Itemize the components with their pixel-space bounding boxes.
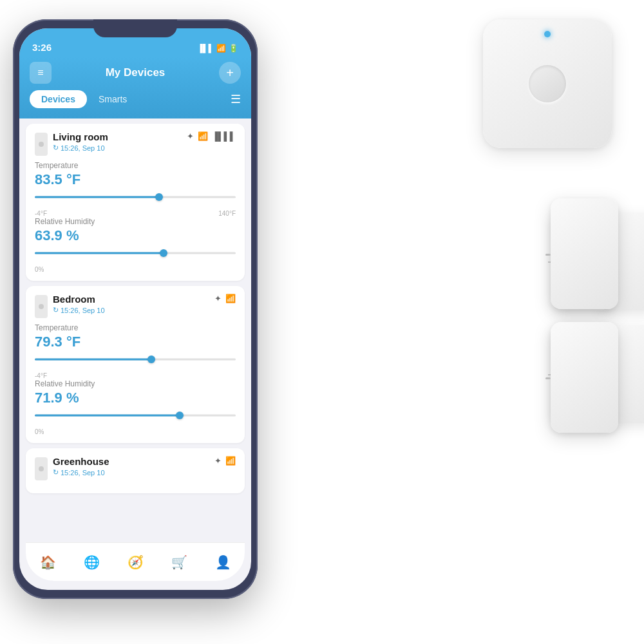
- humidity-slider-labels: 0%: [35, 266, 236, 273]
- connection-icons-3: ✦ 📶: [214, 456, 236, 466]
- device-card-header: Living room ↻ 15:26, Sep 10 ✦ 📶: [35, 131, 236, 156]
- device-name: Living room: [53, 131, 108, 142]
- menu-button[interactable]: ≡: [30, 62, 52, 84]
- cart-icon: 🛒: [171, 554, 187, 570]
- tab-smarts[interactable]: Smarts: [92, 90, 133, 108]
- device-card-header-3: Greenhouse ↻ 15:26, Sep 10 ✦ 📶: [35, 456, 236, 480]
- temperature-slider[interactable]: [35, 191, 236, 204]
- sensor-icon-3: [35, 457, 48, 480]
- connection-icons-2: ✦ 📶: [214, 294, 236, 303]
- signal-icon: ▐▌▌: [197, 44, 214, 53]
- bluetooth-icon-3: ✦: [214, 456, 222, 466]
- sync-icon-3: ↻: [53, 468, 59, 477]
- humidity-slider-thumb[interactable]: [160, 249, 167, 257]
- humidity-slider-labels-2: 0%: [35, 428, 236, 435]
- nav-discover[interactable]: 🧭: [128, 554, 144, 570]
- sensor-device-center-top: [551, 198, 618, 309]
- humidity-slider-2[interactable]: [35, 409, 236, 422]
- wifi-conn-icon-2: 📶: [225, 294, 236, 303]
- temperature-label-2: Temperature: [35, 323, 236, 332]
- status-icons: ▐▌▌ 📶 🔋: [197, 44, 238, 53]
- wifi-conn-icon: 📶: [198, 131, 208, 141]
- humidity-value: 63.9 %: [35, 227, 236, 244]
- slider-track: [35, 196, 236, 198]
- device-card-bedroom[interactable]: Bedroom ↻ 15:26, Sep 10 ✦ 📶: [26, 286, 245, 443]
- plus-icon: +: [226, 66, 234, 80]
- person-icon: 👤: [215, 554, 231, 570]
- temp-min-label-2: -4°F: [35, 372, 47, 379]
- hardware-area: [296, 0, 644, 644]
- temperature-slider-2[interactable]: [35, 353, 236, 366]
- filter-icon[interactable]: ☰: [231, 92, 241, 106]
- nav-home[interactable]: 🏠: [40, 554, 56, 570]
- device-sync-time: ↻ 15:26, Sep 10: [53, 144, 108, 152]
- temp-slider-labels: -4°F 140°F: [35, 210, 236, 217]
- humidity-slider-track: [35, 252, 236, 254]
- device-card-living-room[interactable]: Living room ↻ 15:26, Sep 10 ✦ 📶: [26, 124, 245, 281]
- compass-icon: 🧭: [128, 554, 144, 570]
- temperature-value: 83.5 °F: [35, 171, 236, 188]
- header-title: My Devices: [106, 66, 166, 79]
- tabs-row: Devices Smarts ☰: [30, 90, 241, 108]
- app-header-row: ≡ My Devices +: [30, 62, 241, 84]
- sync-timestamp-2: 15:26, Sep 10: [61, 307, 105, 314]
- connection-icons: ✦ 📶 ▐▌▌▌: [187, 131, 236, 141]
- status-time: 3:26: [32, 42, 52, 53]
- device-info: Living room ↻ 15:26, Sep 10: [35, 131, 108, 156]
- nav-shop[interactable]: 🛒: [171, 554, 187, 570]
- devices-list[interactable]: Living room ↻ 15:26, Sep 10 ✦ 📶: [19, 118, 251, 551]
- globe-icon: 🌐: [84, 554, 100, 570]
- nav-web[interactable]: 🌐: [84, 554, 100, 570]
- wifi-icon: 📶: [216, 44, 226, 53]
- hub-device: [483, 19, 612, 148]
- humidity-value-2: 71.9 %: [35, 390, 236, 406]
- tab-devices[interactable]: Devices: [30, 90, 87, 108]
- temp-slider-labels-2: -4°F: [35, 372, 236, 379]
- home-icon: 🏠: [40, 554, 56, 570]
- phone-body: 3:26 ▐▌▌ 📶 🔋 ≡ My Devices: [13, 19, 258, 599]
- nav-profile[interactable]: 👤: [215, 554, 231, 570]
- battery-full-icon: ▐▌▌▌: [212, 131, 236, 141]
- sensor-center-tab-bottom: [545, 377, 551, 379]
- device-info-3: Greenhouse ↻ 15:26, Sep 10: [35, 456, 109, 480]
- hamburger-icon: ≡: [37, 67, 43, 79]
- slider-fill: [35, 196, 159, 198]
- device-text-2: Bedroom ↻ 15:26, Sep 10: [53, 294, 105, 314]
- device-name-3: Greenhouse: [53, 456, 109, 467]
- humidity-slider[interactable]: [35, 247, 236, 260]
- slider-track-2: [35, 359, 236, 361]
- hub-button[interactable]: [529, 65, 566, 102]
- humidity-min-label: 0%: [35, 266, 44, 273]
- phone-notch: [93, 19, 177, 37]
- humidity-label-2: Relative Humidity: [35, 379, 236, 388]
- bottom-nav: 🏠 🌐 🧭 🛒 👤: [26, 542, 245, 581]
- humidity-slider-thumb-2[interactable]: [176, 412, 184, 419]
- slider-thumb[interactable]: [155, 193, 163, 201]
- humidity-label: Relative Humidity: [35, 217, 236, 226]
- device-card-greenhouse[interactable]: Greenhouse ↻ 15:26, Sep 10 ✦ 📶: [26, 448, 245, 493]
- humidity-slider-fill: [35, 252, 164, 254]
- device-text-3: Greenhouse ↻ 15:26, Sep 10: [53, 456, 109, 477]
- device-name-2: Bedroom: [53, 294, 105, 305]
- phone-screen: 3:26 ▐▌▌ 📶 🔋 ≡ My Devices: [19, 28, 251, 590]
- sensor-device-center-bottom: [551, 322, 618, 433]
- device-sync-time-3: ↻ 15:26, Sep 10: [53, 468, 109, 477]
- device-sync-time-2: ↻ 15:26, Sep 10: [53, 306, 105, 314]
- sync-icon: ↻: [53, 144, 59, 152]
- add-device-button[interactable]: +: [219, 62, 241, 84]
- bluetooth-icon: ✦: [187, 131, 194, 141]
- battery-icon: 🔋: [229, 44, 238, 53]
- temperature-value-2: 79.3 °F: [35, 334, 236, 350]
- slider-thumb-2[interactable]: [147, 355, 155, 363]
- bluetooth-icon-2: ✦: [214, 294, 222, 303]
- humidity-slider-fill-2: [35, 415, 180, 417]
- sensor-center-tab-top: [545, 254, 551, 256]
- phone-mockup: 3:26 ▐▌▌ 📶 🔋 ≡ My Devices: [13, 19, 283, 625]
- sensor-icon: [35, 133, 48, 156]
- sync-timestamp: 15:26, Sep 10: [61, 144, 105, 152]
- app-content: 3:26 ▐▌▌ 📶 🔋 ≡ My Devices: [19, 28, 251, 551]
- sync-icon-2: ↻: [53, 306, 59, 314]
- temperature-label: Temperature: [35, 161, 236, 170]
- device-text: Living room ↻ 15:26, Sep 10: [53, 131, 108, 152]
- temp-min-label: -4°F: [35, 210, 47, 217]
